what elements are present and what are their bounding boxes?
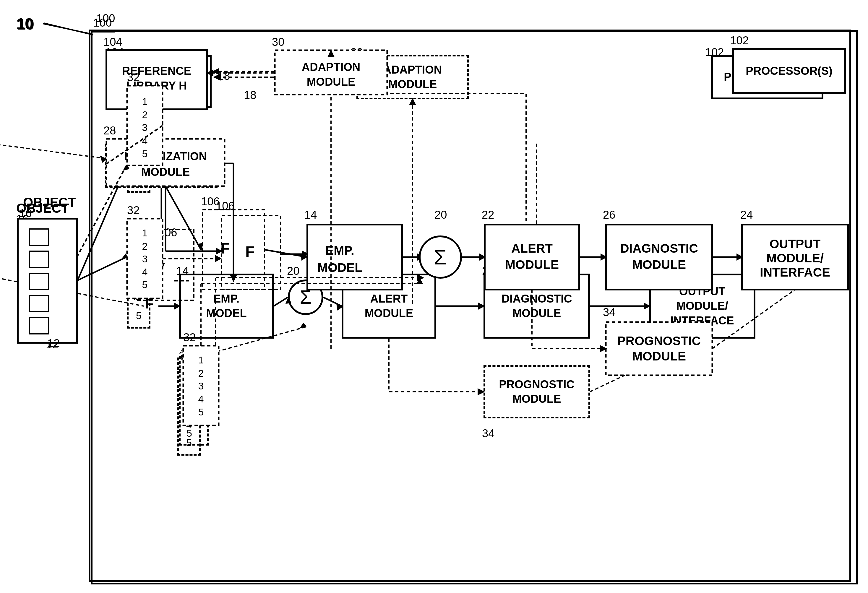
svg-line-14 [274, 297, 288, 306]
ref-30-label: 30 [350, 46, 363, 59]
svg-line-16 [323, 297, 342, 306]
svg-marker-30 [300, 323, 307, 329]
ref-24-label: 24 [646, 265, 658, 277]
ref-100-label: 100 [96, 12, 115, 25]
alert-module-box: ALERT MODULE [342, 274, 436, 339]
ref-12-label: 12 [46, 338, 58, 351]
emp-model-box: EMP. MODEL [179, 274, 274, 339]
ref-18-label: 18 [217, 70, 230, 83]
sigma-circle: Σ [288, 280, 323, 315]
object-cell-5 [38, 317, 56, 332]
ref-22-label: 22 [340, 265, 353, 277]
ref-34-label: 34 [482, 427, 495, 440]
main-outer-box: 100 REFERENCE LIBRARY H 104 18 ADAPTION … [89, 30, 851, 582]
diagram: 10 100 REFERENCE LIBRARY H 104 18 ADAPTI… [0, 0, 868, 593]
adaption-box: ADAPTION MODULE [356, 55, 469, 99]
ref-20-label: 20 [287, 265, 300, 277]
svg-line-9 [0, 138, 105, 158]
object-cell-3 [38, 273, 56, 288]
ref-library-box: REFERENCE LIBRARY H [111, 55, 212, 108]
ref-106-label: 106 [158, 226, 177, 239]
ref-28-label: 28 [105, 136, 118, 149]
svg-line-173 [44, 23, 93, 35]
diagnostic-box: DIAGNOSTIC MODULE [484, 274, 590, 339]
localization-box: LOCALIZATION MODULE [105, 144, 217, 188]
object-cell-2 [38, 251, 56, 266]
object-cell-1 [38, 230, 56, 245]
svg-line-0 [43, 24, 92, 34]
ref-102-label: 102 [705, 46, 724, 59]
ref-104-label: 104 [105, 46, 124, 59]
object-cell-4 [38, 295, 56, 310]
ref-26-label: 26 [482, 265, 495, 277]
output-module-box: OUTPUT MODULE/ INTERFACE [649, 274, 756, 339]
object-box [18, 221, 77, 340]
svg-line-25 [590, 339, 702, 392]
svg-marker-8 [158, 263, 165, 271]
num-list-outside-3: 32 12345 [177, 357, 201, 456]
ref-14-label: 14 [176, 265, 189, 277]
processor-box: PROCESSOR(S) [711, 55, 824, 99]
num-list-outside-1: 32 12345 [127, 94, 151, 193]
prognostic-box: PROGNOSTIC MODULE [484, 365, 590, 418]
ref-10-label: 10 [16, 15, 33, 32]
num-list-outside-2: 32 12345 [127, 230, 151, 329]
